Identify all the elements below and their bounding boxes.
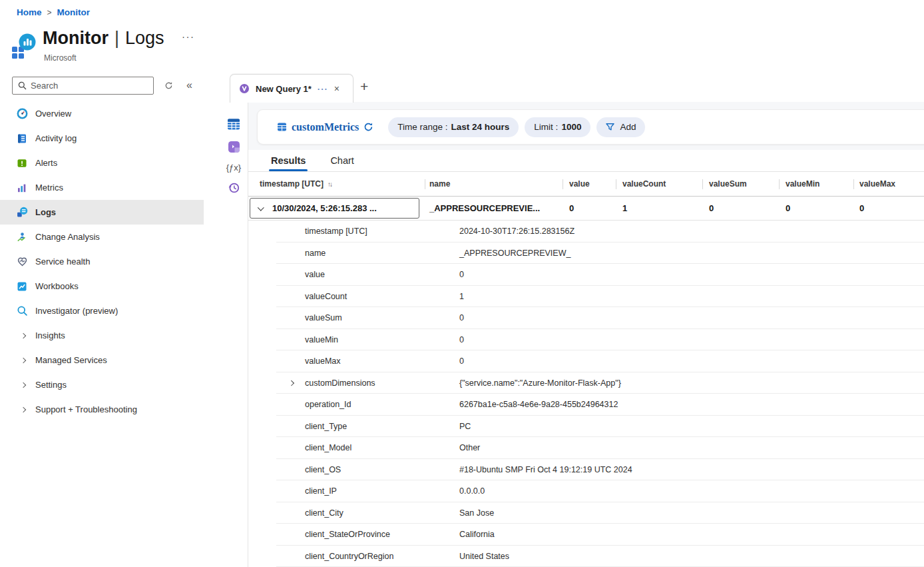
detail-value: {"service.name":"Azure-Monitor-Flask-App… bbox=[459, 378, 924, 388]
query-bar: customMetrics Time range : Last 24 hours… bbox=[257, 109, 924, 145]
detail-row: client_Model Other bbox=[248, 437, 924, 459]
sidebar-item-overview[interactable]: Overview bbox=[0, 101, 204, 126]
history-icon[interactable] bbox=[227, 181, 240, 195]
header-more-button[interactable]: ··· bbox=[182, 31, 195, 42]
detail-value: California bbox=[459, 530, 924, 539]
detail-value: San Jose bbox=[459, 508, 924, 518]
tab-results[interactable]: Results bbox=[270, 155, 307, 171]
chevron-right-icon bbox=[16, 354, 28, 366]
activity-log-icon bbox=[16, 133, 28, 145]
detail-value: United States bbox=[459, 552, 924, 561]
time-range-label: Time range : bbox=[397, 122, 447, 132]
sidebar-item-insights[interactable]: Insights bbox=[0, 323, 204, 348]
add-filter-pill[interactable]: Add bbox=[596, 117, 645, 137]
new-tab-button[interactable]: + bbox=[360, 79, 368, 95]
search-icon bbox=[18, 81, 27, 90]
table-icon bbox=[277, 122, 287, 132]
results-tabs: Results Chart bbox=[248, 150, 924, 172]
breadcrumb-monitor-link[interactable]: Monitor bbox=[57, 7, 91, 17]
detail-key: valueCount bbox=[248, 292, 459, 301]
column-header-valuecount[interactable]: valueCount bbox=[616, 172, 702, 196]
column-header-name[interactable]: name bbox=[425, 172, 563, 196]
column-header-valuemin[interactable]: valueMin bbox=[779, 172, 853, 196]
column-header-value[interactable]: value bbox=[563, 172, 616, 196]
breadcrumb: Home > Monitor bbox=[17, 7, 90, 17]
column-header-valuesum[interactable]: valueSum bbox=[702, 172, 779, 196]
table-row[interactable]: 10/30/2024, 5:26:15.283 ... _APPRESOURCE… bbox=[248, 197, 924, 221]
detail-key: operation_Id bbox=[248, 400, 459, 409]
refresh-query-icon[interactable] bbox=[363, 122, 373, 132]
sidebar-item-activity-log[interactable]: Activity log bbox=[0, 126, 204, 151]
detail-key: valueSum bbox=[248, 313, 459, 322]
detail-key: client_CountryOrRegion bbox=[248, 552, 459, 561]
filter-funnel-icon bbox=[606, 123, 614, 131]
workbooks-icon bbox=[16, 281, 28, 292]
detail-key: client_OS bbox=[248, 465, 459, 474]
detail-value: _APPRESOURCEPREVIEW_ bbox=[459, 249, 924, 258]
detail-row: value 0 bbox=[248, 264, 924, 286]
sidebar-item-label: Managed Services bbox=[35, 355, 107, 365]
collapse-sidebar-icon[interactable]: « bbox=[186, 79, 192, 91]
chevron-right-icon bbox=[16, 330, 28, 342]
detail-key: client_IP bbox=[248, 486, 459, 496]
limit-label: Limit : bbox=[534, 122, 558, 132]
detail-key: client_City bbox=[248, 508, 459, 518]
chevron-down-icon[interactable] bbox=[258, 205, 264, 211]
functions-icon[interactable]: {ƒx} bbox=[226, 163, 241, 173]
detail-row: client_City San Jose bbox=[248, 502, 924, 524]
detail-key: customDimensions bbox=[248, 378, 459, 388]
column-header-timestamp[interactable]: timestamp [UTC] ↑↓ bbox=[248, 172, 425, 196]
detail-row: valueMin 0 bbox=[248, 329, 924, 351]
sidebar-item-investigator[interactable]: Investigator (preview) bbox=[0, 298, 204, 323]
page-title: Monitor|Logs bbox=[43, 28, 164, 49]
search-input[interactable] bbox=[31, 81, 153, 91]
sidebar-item-alerts[interactable]: Alerts bbox=[0, 151, 204, 175]
alert-icon bbox=[16, 157, 28, 169]
sidebar-item-settings[interactable]: Settings bbox=[0, 372, 204, 397]
sidebar-item-label: Alerts bbox=[35, 158, 57, 168]
search-box[interactable] bbox=[12, 77, 154, 95]
sidebar-item-service-health[interactable]: Service health bbox=[0, 249, 204, 274]
sort-icon[interactable]: ↑↓ bbox=[328, 181, 332, 188]
sidebar-item-workbooks[interactable]: Workbooks bbox=[0, 274, 204, 298]
breadcrumb-separator: > bbox=[47, 8, 52, 17]
queries-icon[interactable] bbox=[227, 140, 241, 154]
query-tool-rail: {ƒx} bbox=[222, 117, 246, 195]
sidebar-item-label: Metrics bbox=[35, 183, 63, 193]
tab-close-icon[interactable]: × bbox=[334, 83, 340, 94]
timestamp-cell[interactable]: 10/30/2024, 5:26:15.283 ... bbox=[250, 198, 419, 219]
row-valuesum: 0 bbox=[702, 203, 779, 213]
row-timestamp: 10/30/2024, 5:26:15.283 ... bbox=[272, 203, 377, 213]
table-selector[interactable]: customMetrics bbox=[277, 121, 373, 133]
detail-value: PC bbox=[459, 422, 924, 431]
breadcrumb-home-link[interactable]: Home bbox=[17, 7, 42, 17]
detail-key: valueMin bbox=[248, 335, 459, 344]
tab-more-icon[interactable]: ··· bbox=[318, 84, 328, 94]
sidebar-search-row: « bbox=[12, 76, 205, 95]
chevron-right-icon bbox=[16, 379, 28, 391]
sidebar-item-support-troubleshooting[interactable]: Support + Troubleshooting bbox=[0, 397, 204, 422]
column-header-valuemax[interactable]: valueMax bbox=[853, 172, 924, 196]
detail-value: 0.0.0.0 bbox=[459, 486, 924, 496]
tab-chart[interactable]: Chart bbox=[329, 155, 355, 171]
sidebar-item-metrics[interactable]: Metrics bbox=[0, 175, 204, 200]
selected-table-name: customMetrics bbox=[292, 121, 359, 133]
detail-row: client_IP 0.0.0.0 bbox=[248, 480, 924, 502]
sidebar-item-label: Logs bbox=[35, 207, 56, 217]
monitor-logo-icon bbox=[10, 32, 37, 63]
time-range-pill[interactable]: Time range : Last 24 hours bbox=[388, 117, 519, 137]
detail-key: client_Type bbox=[248, 422, 459, 431]
tables-icon[interactable] bbox=[226, 117, 241, 131]
limit-value: 1000 bbox=[561, 122, 581, 132]
limit-pill[interactable]: Limit : 1000 bbox=[525, 117, 590, 137]
sidebar-item-label: Settings bbox=[35, 380, 67, 390]
detail-row: client_StateOrProvince California bbox=[248, 524, 924, 546]
kql-query-icon bbox=[239, 83, 250, 94]
sidebar-item-logs[interactable]: Logs bbox=[0, 200, 204, 225]
sidebar-item-managed-services[interactable]: Managed Services bbox=[0, 348, 204, 372]
refresh-icon[interactable] bbox=[164, 81, 173, 90]
row-name: _APPRESOURCEPREVIE... bbox=[425, 203, 563, 213]
tab-new-query-1[interactable]: New Query 1* ··· × bbox=[230, 74, 353, 103]
detail-value: 0 bbox=[459, 356, 924, 366]
sidebar-item-change-analysis[interactable]: Change Analysis bbox=[0, 225, 204, 249]
